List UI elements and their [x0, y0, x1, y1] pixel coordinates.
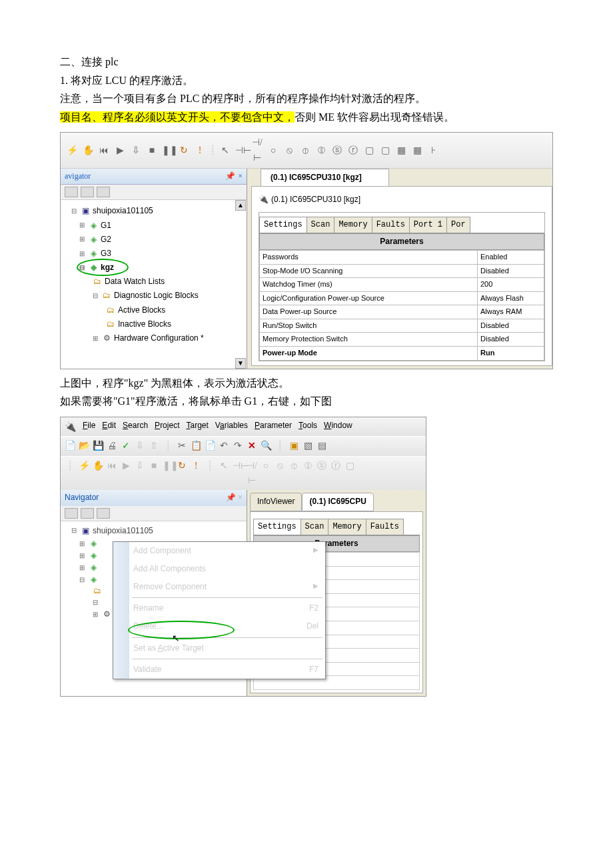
table-row[interactable]: Memory Protection SwitchDisabled	[260, 333, 544, 347]
exclaim-icon[interactable]: !	[194, 143, 206, 158]
open-icon[interactable]: 📂	[79, 439, 89, 453]
pin-icon[interactable]: 📌	[225, 170, 235, 183]
coil5-icon[interactable]: ⓢ	[316, 459, 327, 489]
tab-cpu[interactable]: (0.1) IC695CPU	[302, 493, 373, 511]
menu-file[interactable]: File	[83, 419, 95, 434]
tree-data-watch[interactable]: 🗂 Data Watch Lists	[63, 275, 244, 289]
delete-icon[interactable]: ✕	[247, 439, 257, 453]
tab-por-cut[interactable]: Por	[446, 217, 470, 233]
coil2-icon[interactable]: ⦸	[275, 459, 285, 489]
lightning-icon[interactable]: ⚡	[66, 143, 78, 158]
scroll-down-icon[interactable]: ▼	[235, 358, 246, 369]
tab-memory[interactable]: Memory	[334, 217, 372, 233]
undo-icon[interactable]: ↶	[219, 439, 229, 453]
tree-diag-blocks[interactable]: ⊟ 🗂 Diagnostic Logic Blocks	[63, 289, 244, 303]
tab-infoviewer[interactable]: InfoViewer	[250, 493, 302, 511]
tree-g1[interactable]: ⊞ ◈ G1	[63, 219, 244, 233]
pause-icon[interactable]: ❚❚	[162, 143, 174, 158]
scroll-up-icon[interactable]: ▲	[235, 200, 246, 211]
skip-back-icon[interactable]: ⏮	[98, 143, 110, 158]
minus-icon[interactable]: ⊟	[93, 291, 99, 301]
refresh-icon[interactable]: ↻	[177, 459, 187, 489]
coil-icon[interactable]: ○	[261, 459, 271, 489]
tree-g2[interactable]: ⊞ ◈ G2	[63, 233, 244, 247]
view-icon-1[interactable]: ▦	[395, 143, 407, 158]
tree-kgz-active[interactable]: ⊟ ◈ kgz	[63, 261, 244, 275]
tab-scan[interactable]: Scan	[306, 217, 335, 233]
copy-icon[interactable]: 📋	[191, 439, 201, 453]
tree-g3[interactable]: ⊞ ◈ G3	[63, 247, 244, 261]
pause-icon[interactable]: ❚❚	[163, 459, 173, 489]
minus-icon[interactable]: ⊟	[79, 263, 86, 273]
tab-port1[interactable]: Port 1	[409, 217, 447, 233]
menu-validate[interactable]: Validate F7	[113, 661, 325, 679]
pointer-icon[interactable]: ↖	[219, 459, 229, 489]
plus-icon[interactable]: ⊞	[79, 234, 86, 245]
menu-add-component[interactable]: Add Component ▶	[113, 542, 325, 560]
tab-faults[interactable]: Faults	[366, 519, 404, 535]
menu-tools[interactable]: Tools	[299, 419, 317, 434]
table-row[interactable]: Watchdog Timer (ms)200	[260, 278, 544, 292]
paste-icon[interactable]: 📄	[205, 439, 215, 453]
contact-nc-icon[interactable]: ⊣/⊢	[247, 459, 257, 489]
close-icon[interactable]: ×	[238, 170, 243, 183]
cpu-tab[interactable]: (0.1) IC695CPU310 [kgz]	[261, 169, 389, 186]
download-icon[interactable]: ⇩	[135, 459, 145, 489]
nav-tab-1[interactable]	[65, 508, 78, 519]
hand-icon[interactable]: ✋	[93, 459, 103, 489]
block-icon-1[interactable]: ▢	[363, 143, 375, 158]
coil-dn-icon[interactable]: ⦷	[315, 143, 327, 158]
play-icon[interactable]: ▶	[114, 143, 126, 158]
coil-icon[interactable]: ○	[267, 143, 279, 158]
contact-no-icon[interactable]: ⊣⊢	[235, 143, 247, 158]
hand-icon[interactable]: ✋	[82, 143, 94, 158]
lightning-icon[interactable]: ⚡	[79, 459, 89, 489]
view1-icon[interactable]: ▣	[289, 439, 299, 453]
menu-search[interactable]: Search	[123, 419, 148, 434]
nav-tab-1[interactable]	[65, 187, 78, 197]
menu-project[interactable]: Project	[155, 419, 179, 434]
tree-inactive-blocks[interactable]: 🗂 Inactive Blocks	[63, 317, 244, 331]
table-row[interactable]: Data Power-up SourceAlways RAM	[260, 305, 544, 319]
plus-icon[interactable]: ⊞	[79, 220, 86, 231]
contact-nc-icon[interactable]: ⊣/⊢	[251, 135, 263, 165]
table-row[interactable]: Logic/Configuration Power-up SourceAlway…	[260, 291, 544, 305]
tab-scan[interactable]: Scan	[301, 519, 329, 535]
menu-add-all-components[interactable]: Add All Components	[113, 560, 325, 578]
plus-icon[interactable]: ⊞	[79, 249, 86, 259]
menu-parameter[interactable]: Parameter	[255, 419, 292, 434]
save-icon[interactable]: 💾	[93, 439, 103, 453]
view3-icon[interactable]: ▤	[316, 439, 327, 453]
menu-delete[interactable]: Delete... Del	[113, 617, 325, 635]
view-icon-2[interactable]: ▦	[411, 143, 423, 158]
stop-icon[interactable]: ■	[146, 143, 158, 158]
coil-s-icon[interactable]: ⓢ	[331, 143, 343, 158]
contact-icon[interactable]: ⊣⊢	[233, 459, 243, 489]
menu-remove-component[interactable]: Remove Component ▶	[113, 578, 325, 596]
plus-icon[interactable]: ⊞	[93, 333, 99, 344]
minus-icon[interactable]: ⊟	[71, 206, 78, 217]
menu-rename[interactable]: Rename F2	[113, 599, 325, 617]
coil3-icon[interactable]: ⦶	[289, 459, 299, 489]
play-icon[interactable]: ▶	[121, 459, 131, 489]
tree-active-blocks[interactable]: 🗂 Active Blocks	[63, 303, 244, 317]
nav-tab-3[interactable]	[97, 187, 110, 197]
tab-settings[interactable]: Settings	[259, 217, 307, 233]
nav-tab-2[interactable]	[81, 187, 94, 197]
tab-settings[interactable]: Settings	[253, 519, 301, 535]
down-icon[interactable]: ⇩	[135, 439, 145, 453]
tree-project[interactable]: ⊟ ▣ shuipoxia101105	[63, 204, 244, 218]
table-row[interactable]: Power-up ModeRun	[260, 347, 544, 361]
pointer-icon[interactable]: ↖	[219, 143, 231, 158]
nav-tab-3[interactable]	[97, 508, 110, 519]
table-row[interactable]: PasswordsEnabled	[260, 250, 544, 264]
skip-back-icon[interactable]: ⏮	[107, 459, 117, 489]
cut-icon[interactable]: ✂	[177, 439, 187, 453]
coil-nc-icon[interactable]: ⦸	[283, 143, 295, 158]
redo-icon[interactable]: ↷	[233, 439, 243, 453]
menu-edit[interactable]: Edit	[102, 419, 116, 434]
tree-project[interactable]: ⊟ ▣ shuipoxia101105	[63, 524, 244, 538]
coil6-icon[interactable]: ⓡ	[330, 459, 341, 489]
coil-r-icon[interactable]: ⓡ	[347, 143, 359, 158]
branch-icon[interactable]: ⊦	[427, 143, 439, 158]
